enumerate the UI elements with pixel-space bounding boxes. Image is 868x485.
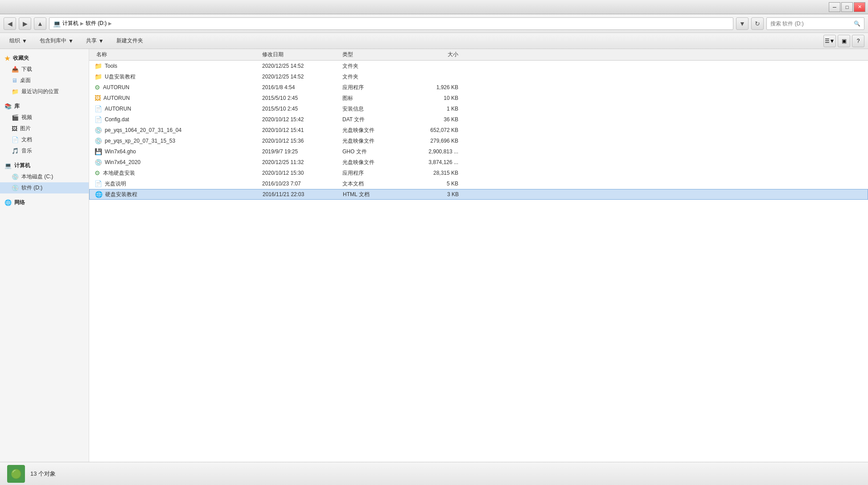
- library-section: 📚 库 🎬 视频 🖼 图片 📄 文档 🎵 音乐: [0, 101, 89, 156]
- search-icon: 🔍: [854, 21, 860, 27]
- file-date: 2020/10/12 15:41: [262, 127, 342, 133]
- file-name: 🖼 AUTORUN: [93, 95, 262, 102]
- file-name-text: 光盘说明: [105, 180, 126, 188]
- breadcrumb-computer[interactable]: 计算机: [62, 20, 78, 27]
- file-size: 28,315 KB: [405, 170, 458, 176]
- up-button[interactable]: ▲: [34, 17, 46, 30]
- table-row[interactable]: 📄 AUTORUN 2015/5/10 2:45 安装信息 1 KB: [89, 103, 868, 114]
- preview-button[interactable]: ▣: [838, 35, 850, 47]
- col-header-type[interactable]: 类型: [342, 51, 405, 58]
- file-size: 10 KB: [405, 95, 458, 101]
- table-row[interactable]: 🌐 硬盘安装教程 2016/11/21 22:03 HTML 文档 3 KB: [89, 189, 868, 200]
- table-row[interactable]: 💿 pe_yqs_1064_20_07_31_16_04 2020/10/12 …: [89, 125, 868, 136]
- breadcrumb[interactable]: 💻 计算机 ▶ 软件 (D:) ▶: [49, 17, 733, 30]
- favorites-section: ★ 收藏夹 📥 下载 🖥 桌面 📁 最近访问的位置: [0, 53, 89, 97]
- sidebar-item-local-c[interactable]: 💿 本地磁盘 (C:): [0, 171, 89, 182]
- computer-header[interactable]: 💻 计算机: [0, 160, 89, 171]
- new-folder-button[interactable]: 新建文件夹: [111, 35, 149, 47]
- network-label: 网络: [14, 199, 25, 206]
- file-name: ⚙ AUTORUN: [93, 84, 262, 91]
- file-type: 光盘映像文件: [342, 159, 405, 166]
- network-section: 🌐 网络: [0, 197, 89, 208]
- table-row[interactable]: 💿 pe_yqs_xp_20_07_31_15_53 2020/10/12 15…: [89, 136, 868, 146]
- download-label: 下载: [21, 66, 32, 73]
- file-date: 2020/10/12 15:36: [262, 138, 342, 144]
- file-size: 3 KB: [405, 191, 459, 197]
- file-date: 2015/5/10 2:45: [262, 95, 342, 101]
- network-header[interactable]: 🌐 网络: [0, 197, 89, 208]
- back-icon: ◀: [8, 20, 12, 27]
- organize-button[interactable]: 组织 ▼: [4, 35, 33, 47]
- file-name: 💿 pe_yqs_1064_20_07_31_16_04: [93, 127, 262, 134]
- file-name-text: 硬盘安装教程: [105, 191, 137, 198]
- library-header[interactable]: 📚 库: [0, 101, 89, 112]
- view-dropdown-button[interactable]: ☰▼: [823, 35, 836, 47]
- breadcrumb-sep2: ▶: [108, 21, 112, 26]
- sidebar-item-local-d[interactable]: 💿 软件 (D:): [0, 182, 89, 193]
- breadcrumb-dropdown[interactable]: ▼: [736, 17, 749, 30]
- sidebar-item-document[interactable]: 📄 文档: [0, 134, 89, 145]
- back-button[interactable]: ◀: [4, 17, 16, 30]
- file-name-text: Config.dat: [105, 116, 129, 123]
- table-row[interactable]: 📄 光盘说明 2016/10/23 7:07 文本文档 5 KB: [89, 178, 868, 189]
- desktop-icon: 🖥: [12, 77, 17, 84]
- search-bar[interactable]: 🔍: [766, 17, 864, 30]
- forward-button[interactable]: ▶: [19, 17, 31, 30]
- music-label: 音乐: [21, 147, 32, 155]
- file-date: 2019/9/7 19:25: [262, 148, 342, 155]
- computer-label: 计算机: [14, 162, 30, 169]
- refresh-button[interactable]: ↻: [751, 17, 764, 30]
- share-button[interactable]: 共享 ▼: [80, 35, 110, 47]
- col-header-name[interactable]: 名称: [93, 51, 262, 58]
- col-header-date[interactable]: 修改日期: [262, 51, 342, 58]
- file-type-icon: 📁: [95, 62, 102, 70]
- include-library-label: 包含到库中: [40, 37, 66, 45]
- desktop-label: 桌面: [20, 77, 31, 84]
- organize-arrow: ▼: [22, 38, 27, 44]
- sidebar-item-desktop[interactable]: 🖥 桌面: [0, 75, 89, 86]
- file-size: 5 KB: [405, 181, 458, 187]
- computer-section: 💻 计算机 💿 本地磁盘 (C:) 💿 软件 (D:): [0, 160, 89, 193]
- sidebar-item-download[interactable]: 📥 下载: [0, 64, 89, 75]
- table-row[interactable]: 📁 U盘安装教程 2020/12/25 14:52 文件夹: [89, 71, 868, 82]
- file-type-icon: 📄: [95, 180, 102, 187]
- include-library-button[interactable]: 包含到库中 ▼: [34, 35, 79, 47]
- file-type-icon: ⚙: [95, 169, 100, 177]
- file-type: 应用程序: [342, 169, 405, 177]
- sidebar-item-recent[interactable]: 📁 最近访问的位置: [0, 86, 89, 97]
- maximize-button[interactable]: □: [841, 2, 853, 12]
- favorites-header[interactable]: ★ 收藏夹: [0, 53, 89, 64]
- table-row[interactable]: 📁 Tools 2020/12/25 14:52 文件夹: [89, 61, 868, 71]
- search-input[interactable]: [770, 21, 852, 27]
- music-icon: 🎵: [12, 148, 19, 154]
- table-row[interactable]: ⚙ AUTORUN 2016/1/8 4:54 应用程序 1,926 KB: [89, 82, 868, 93]
- toolbar: 组织 ▼ 包含到库中 ▼ 共享 ▼ 新建文件夹 ☰▼ ▣ ?: [0, 33, 868, 49]
- table-row[interactable]: 💾 Win7x64.gho 2019/9/7 19:25 GHO 文件 2,90…: [89, 146, 868, 157]
- sidebar-item-music[interactable]: 🎵 音乐: [0, 145, 89, 156]
- file-name-text: 本地硬盘安装: [103, 169, 135, 177]
- file-name-text: pe_yqs_xp_20_07_31_15_53: [105, 138, 175, 144]
- table-row[interactable]: ⚙ 本地硬盘安装 2020/10/12 15:30 应用程序 28,315 KB: [89, 168, 868, 178]
- minimize-button[interactable]: ─: [829, 2, 840, 12]
- col-header-size[interactable]: 大小: [405, 51, 458, 58]
- download-icon: 📥: [12, 66, 19, 73]
- title-bar: ─ □ ✕: [0, 0, 868, 14]
- file-type-icon: ⚙: [95, 84, 100, 91]
- close-button[interactable]: ✕: [854, 2, 865, 12]
- table-row[interactable]: 📄 Config.dat 2020/10/12 15:42 DAT 文件 36 …: [89, 114, 868, 125]
- file-type: 文件夹: [342, 62, 405, 70]
- main-area: ★ 收藏夹 📥 下载 🖥 桌面 📁 最近访问的位置 📚 库 🎬: [0, 49, 868, 462]
- sidebar-item-video[interactable]: 🎬 视频: [0, 112, 89, 123]
- file-type-icon: 💿: [95, 137, 102, 144]
- include-library-arrow: ▼: [68, 38, 74, 44]
- breadcrumb-drive[interactable]: 软件 (D:): [86, 20, 107, 27]
- table-row[interactable]: 💿 Win7x64_2020 2020/12/25 11:32 光盘映像文件 3…: [89, 157, 868, 168]
- help-button[interactable]: ?: [852, 35, 864, 47]
- toolbar-right: ☰▼ ▣ ?: [823, 35, 864, 47]
- status-bar: 🟢 13 个对象: [0, 462, 868, 485]
- sidebar-item-image[interactable]: 🖼 图片: [0, 123, 89, 134]
- file-name: 🌐 硬盘安装教程: [93, 191, 263, 198]
- new-folder-label: 新建文件夹: [116, 37, 143, 45]
- table-row[interactable]: 🖼 AUTORUN 2015/5/10 2:45 图标 10 KB: [89, 93, 868, 103]
- image-label: 图片: [20, 125, 31, 132]
